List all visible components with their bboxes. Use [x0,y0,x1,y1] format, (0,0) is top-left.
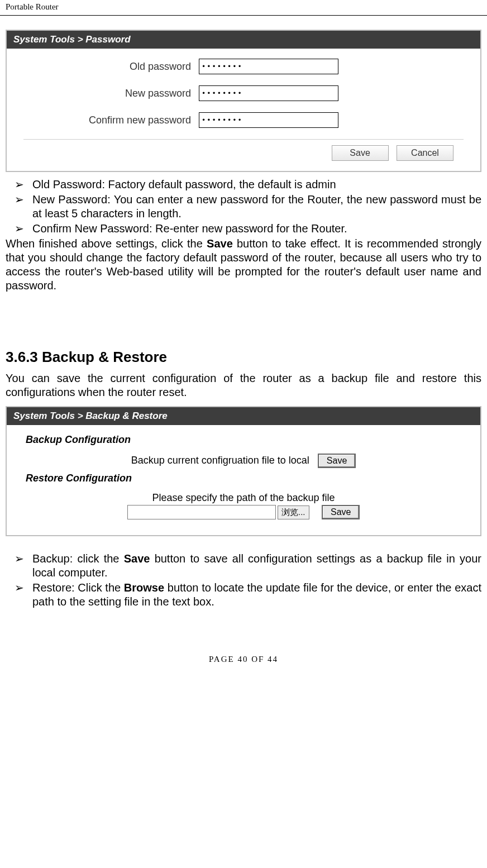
b2-pre: Restore: Click the [32,581,124,594]
restore-path-input[interactable] [127,505,276,519]
bullet-icon: ➢ [6,222,32,236]
list-item: ➢ Old Password: Factory default password… [6,178,481,192]
backup-save-button[interactable]: Save [318,454,356,468]
b1-bold: Save [124,552,150,565]
confirm-password-input[interactable] [199,112,338,128]
page-header: Portable Router [0,0,487,16]
backup-row: Backup current configruation file to loc… [23,454,464,468]
panel-title: System Tools > Backup & Restore [7,407,480,425]
bullet-text: Old Password: Factory default password, … [32,178,481,192]
password-bullet-list: ➢ Old Password: Factory default password… [6,178,481,236]
password-paragraph: When finished above settings, click the … [6,237,481,293]
bullet-icon: ➢ [6,193,32,221]
panel-title-text: System Tools > Backup & Restore [13,411,168,421]
bullet-icon: ➢ [6,178,32,192]
list-item: ➢ Restore: Click the Browse button to lo… [6,581,481,609]
list-item: ➢ Confirm New Password: Re-enter new pas… [6,222,481,236]
restore-save-button[interactable]: Save [322,505,360,519]
cancel-button[interactable]: Cancel [397,145,453,161]
page-footer: PAGE 40 OF 44 [0,655,487,664]
list-item: ➢ Backup: click the Save button to save … [6,552,481,580]
bullet-icon: ➢ [6,552,32,580]
backup-panel: System Tools > Backup & Restore Backup C… [6,406,481,536]
password-form: Old password New password Confirm new pa… [7,49,480,171]
page-number: PAGE 40 OF 44 [209,655,278,664]
para-bold: Save [207,237,233,250]
separator [23,139,464,140]
doc-title: Portable Router [6,2,59,11]
old-password-label: Old password [23,61,199,73]
bullet-text: Backup: click the Save button to save al… [32,552,481,580]
para-pre: When finished above settings, click the [6,237,207,250]
new-password-row: New password [23,85,464,101]
confirm-password-row: Confirm new password [23,112,464,128]
save-button[interactable]: Save [332,145,389,161]
password-panel: System Tools > Password Old password New… [6,30,481,172]
bullet-icon: ➢ [6,581,32,609]
b1-pre: Backup: click the [32,552,124,565]
panel-title: System Tools > Password [7,31,480,49]
confirm-password-label: Confirm new password [23,115,199,126]
old-password-row: Old password [23,59,464,74]
restore-file-row: 浏览... Save [23,505,464,519]
new-password-label: New password [23,88,199,99]
panel-footer: Save Cancel [23,145,464,162]
browse-button[interactable]: 浏览... [278,505,309,519]
restore-text: Please specify the path of the backup fi… [152,492,335,503]
backup-body: Backup Configuration Backup current conf… [7,425,480,535]
new-password-input[interactable] [199,85,338,101]
backup-subtitle: Backup Configuration [26,434,464,446]
old-password-input[interactable] [199,59,338,74]
list-item: ➢ New Password: You can enter a new pass… [6,193,481,221]
section-heading: 3.6.3 Backup & Restore [6,349,481,366]
backup-bullet-list: ➢ Backup: click the Save button to save … [6,552,481,609]
b2-bold: Browse [124,581,164,594]
bullet-text: Confirm New Password: Re-enter new passw… [32,222,481,236]
restore-subtitle: Restore Configuration [26,473,464,484]
bullet-text: Restore: Click the Browse button to loca… [32,581,481,609]
section-intro: You can save the current configuration o… [6,371,481,399]
panel-title-text: System Tools > Password [13,34,131,45]
page-content: System Tools > Password Old password New… [0,16,487,616]
backup-text: Backup current configruation file to loc… [131,455,309,466]
restore-text-row: Please specify the path of the backup fi… [23,492,464,504]
bullet-text: New Password: You can enter a new passwo… [32,193,481,221]
